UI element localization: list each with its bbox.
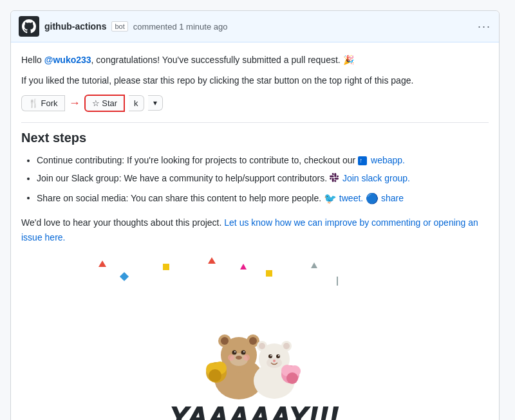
confetti-line (337, 277, 338, 286)
svg-point-5 (249, 337, 257, 345)
svg-point-31 (286, 372, 298, 384)
svg-point-32 (228, 354, 234, 361)
svg-point-4 (221, 337, 229, 345)
svg-point-24 (276, 354, 280, 358)
toolbar-row: 🍴 Fork → ☆ Star k ▾ (21, 95, 489, 112)
github-avatar (19, 16, 39, 37)
comment-meta: commented 1 minute ago (133, 22, 228, 32)
confetti-area (21, 251, 489, 302)
webapp-icon (358, 156, 367, 165)
svg-point-23 (268, 354, 272, 358)
step-1: Continue contributing: If you're looking… (37, 153, 489, 167)
steps-list: Continue contributing: If you're looking… (21, 153, 489, 206)
svg-point-10 (243, 351, 245, 352)
svg-point-21 (283, 343, 290, 349)
comment-menu-button[interactable]: ··· (478, 20, 491, 33)
step-1-text: Continue contributing: If you're looking… (37, 155, 358, 165)
star-prompt: If you liked the tutorial, please star t… (21, 73, 489, 87)
bot-badge: bot (111, 21, 127, 32)
arrow-indicator: → (69, 96, 80, 110)
mention-text[interactable]: @wuko233 (44, 55, 91, 65)
confetti-red-triangle (98, 260, 106, 267)
confetti-yellow-square (163, 264, 169, 270)
bears-illustration (184, 305, 326, 401)
greeting-rest: , congratulations! You've successfully s… (91, 55, 354, 65)
star-count[interactable]: k (129, 95, 144, 111)
comment-author: github-actions (44, 21, 106, 32)
step-3: Share on social media: You can share thi… (37, 190, 489, 207)
facebook-link[interactable]: share (381, 192, 404, 203)
star-button[interactable]: ☆ Star (84, 95, 125, 112)
greeting-paragraph: Hello @wuko233, congratulations! You've … (21, 53, 489, 67)
yay-text: YAAAAAY!!! (170, 401, 339, 420)
dropdown-button[interactable]: ▾ (148, 95, 163, 111)
confetti-gray-triangle (311, 262, 317, 268)
confetti-pink-triangle (240, 264, 247, 269)
thoughts-text: We'd love to hear your thoughts about th… (21, 217, 224, 228)
step-2: Join our Slack group: We have a communit… (37, 171, 489, 186)
twitter-link[interactable]: tweet. (339, 192, 363, 203)
comment-header: github-actions bot commented 1 minute ag… (11, 11, 499, 42)
webapp-link[interactable]: webapp. (371, 155, 405, 165)
comment-body: Hello @wuko233, congratulations! You've … (11, 42, 499, 420)
yay-image-area: YAAAAAY!!! (21, 305, 489, 420)
svg-point-11 (236, 356, 242, 360)
svg-point-22 (267, 358, 282, 368)
step-2-text: Join our Slack group: We have a communit… (37, 173, 330, 183)
svg-point-7 (232, 351, 237, 355)
section-divider (21, 122, 489, 123)
twitter-icon: 🐦 (324, 193, 337, 204)
slack-link[interactable]: Join slack group. (342, 173, 410, 183)
svg-point-20 (259, 343, 265, 349)
next-steps-title: Next steps (21, 131, 489, 145)
slack-icon (330, 172, 339, 186)
svg-point-9 (234, 351, 236, 352)
confetti-yellow-square-2 (266, 270, 272, 277)
svg-point-8 (241, 351, 246, 355)
svg-point-27 (273, 360, 276, 362)
svg-point-26 (278, 355, 279, 356)
facebook-icon: 🔵 (366, 193, 379, 204)
thoughts-paragraph: We'd love to hear your thoughts about th… (21, 215, 489, 244)
svg-point-15 (209, 369, 221, 382)
svg-point-33 (243, 354, 250, 361)
confetti-blue-square (120, 272, 129, 281)
confetti-red-triangle-2 (208, 257, 216, 264)
fork-button[interactable]: 🍴 Fork (21, 95, 65, 111)
step-3-text: Share on social media: You can share thi… (37, 192, 324, 203)
greeting-text: Hello (21, 55, 44, 65)
svg-point-25 (270, 355, 272, 356)
